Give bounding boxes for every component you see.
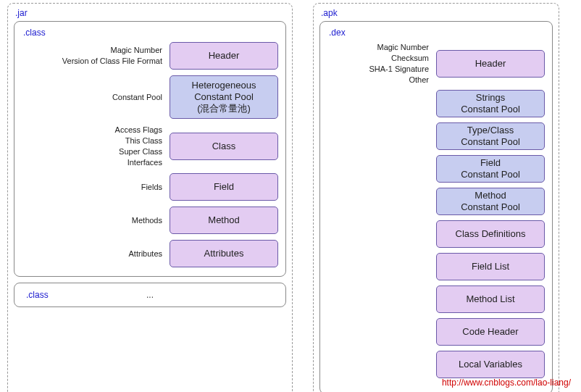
jar-block-field: Field: [170, 173, 278, 201]
apk-block-code-header: Code Header: [436, 318, 545, 346]
jar-row-labels: Attributes: [22, 249, 162, 259]
apk-block-method-list: Method List: [436, 285, 545, 313]
apk-row-method-list: Method List: [327, 285, 545, 313]
class-box: .class Magic Number Version of Class Fil…: [14, 21, 286, 277]
apk-block-field-list: Field List: [436, 253, 545, 280]
jar-row-labels: Methods: [22, 215, 162, 226]
apk-row-strings-pool: Strings Constant Pool: [327, 90, 545, 117]
jar-block-class: Class: [170, 133, 278, 160]
jar-row-header: Magic Number Version of Class File Forma…: [22, 42, 278, 70]
jar-row-class: Access Flags This Class Super Class Inte…: [22, 125, 278, 167]
apk-row-local-vars: Local Variables: [327, 351, 545, 378]
jar-row-attributes: Attributes Attributes: [22, 240, 278, 267]
apk-block-field-pool: Field Constant Pool: [436, 155, 545, 183]
class-box-collapsed: .class ...: [14, 283, 286, 307]
jar-row-labels: Magic Number Version of Class File Forma…: [22, 45, 162, 67]
apk-container: .apk .dex Magic Number Checksum SHA-1 Si…: [313, 3, 559, 392]
apk-row-code-header: Code Header: [327, 318, 545, 346]
class-box-title: .class: [22, 28, 278, 38]
apk-block-local-vars: Local Variables: [436, 351, 545, 378]
apk-row-header: Magic Number Checksum SHA-1 Signature Ot…: [327, 42, 545, 85]
jar-block-header: Header: [170, 42, 278, 70]
jar-row-field: Fields Field: [22, 173, 278, 201]
jar-row-method: Methods Method: [22, 207, 278, 234]
jar-row-labels: Fields: [22, 182, 162, 193]
jar-row-labels: Constant Pool: [22, 92, 162, 103]
apk-row-method-pool: Method Constant Pool: [327, 188, 545, 215]
class-box-collapsed-title: .class: [25, 290, 49, 300]
apk-row-field-pool: Field Constant Pool: [327, 155, 545, 183]
dex-box-title: .dex: [327, 28, 545, 38]
dex-box: .dex Magic Number Checksum SHA-1 Signatu…: [319, 21, 553, 392]
source-url: http://www.cnblogs.com/lao-liang/: [442, 378, 571, 388]
jar-row-labels: Access Flags This Class Super Class Inte…: [22, 125, 162, 167]
apk-block-strings-pool: Strings Constant Pool: [436, 90, 545, 117]
jar-container: .jar .class Magic Number Version of Clas…: [7, 3, 293, 392]
apk-block-method-pool: Method Constant Pool: [436, 188, 545, 215]
apk-block-header: Header: [436, 50, 545, 78]
jar-row-constant-pool: Constant Pool Heterogeneous Constant Poo…: [22, 75, 278, 119]
apk-row-type-pool: Type/Class Constant Pool: [327, 122, 545, 150]
apk-block-type-pool: Type/Class Constant Pool: [436, 122, 545, 150]
jar-title: .jar: [14, 8, 286, 18]
apk-block-class-defs: Class Definitions: [436, 220, 545, 248]
jar-block-method: Method: [170, 207, 278, 234]
ellipsis: ...: [146, 290, 154, 300]
apk-row-class-defs: Class Definitions: [327, 220, 545, 248]
jar-block-attributes: Attributes: [170, 240, 278, 267]
apk-row-labels: Magic Number Checksum SHA-1 Signature Ot…: [348, 42, 429, 85]
apk-row-field-list: Field List: [327, 253, 545, 280]
jar-block-constant-pool: Heterogeneous Constant Pool (混合常量池): [170, 75, 278, 119]
apk-title: .apk: [319, 8, 553, 18]
